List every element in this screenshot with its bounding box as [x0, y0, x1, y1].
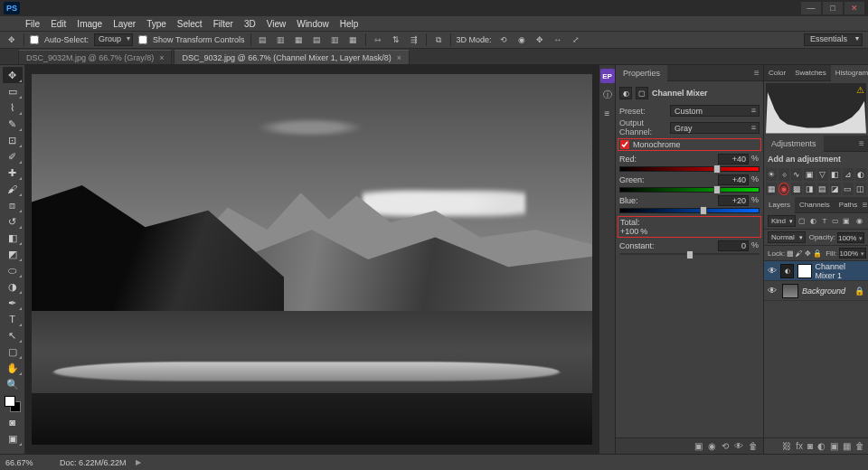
layer1-mask-thumb[interactable]	[797, 264, 811, 278]
align-center-v-icon[interactable]: ▥	[329, 33, 342, 46]
layer2-name[interactable]: Background	[802, 287, 845, 296]
layer-channel-mixer[interactable]: 👁 ◐ Channel Mixer 1	[764, 261, 868, 281]
tool-path-select[interactable]: ↖	[3, 327, 23, 343]
auto-select-mode-select[interactable]: Group	[94, 33, 133, 46]
filter-pixel-icon[interactable]: ▢	[797, 216, 807, 226]
new-group-icon[interactable]: ▣	[830, 441, 838, 451]
reset-icon[interactable]: ⟲	[722, 441, 729, 451]
doc-tab-2-close-icon[interactable]: ×	[397, 53, 401, 62]
red-slider[interactable]	[619, 166, 760, 172]
menu-3d[interactable]: 3D	[244, 19, 256, 29]
filter-adjust-icon[interactable]: ◐	[808, 216, 817, 226]
tab-layers[interactable]: Layers	[764, 197, 795, 213]
adj-colorbalance-icon[interactable]: ⊿	[843, 168, 854, 181]
auto-select-checkbox[interactable]	[30, 35, 39, 44]
tool-crop[interactable]: ⊡	[3, 132, 23, 148]
doc-tab-1[interactable]: DSC_9032M.jpg @ 66.7% (Gray/8) ×	[18, 50, 172, 64]
layer2-lock-icon[interactable]: 🔒	[854, 287, 864, 296]
new-adjustment-icon[interactable]: ◐	[817, 441, 826, 451]
constant-slider[interactable]	[619, 253, 760, 255]
layers-menu-icon[interactable]: ≡	[862, 200, 868, 210]
tool-eraser[interactable]: ◧	[3, 230, 23, 246]
3d-orbit-icon[interactable]: ⟲	[497, 33, 510, 46]
monochrome-checkbox[interactable]	[620, 140, 629, 149]
properties-menu-icon[interactable]: ≡	[750, 68, 763, 78]
adj-colorlookup-icon[interactable]: ▩	[791, 183, 802, 195]
opacity-input[interactable]: 100%	[837, 232, 864, 243]
constant-value-input[interactable]: 0	[718, 240, 749, 251]
adj-brightness-icon[interactable]: ☀	[766, 168, 777, 181]
3d-roll-icon[interactable]: ◉	[515, 33, 528, 46]
window-maximize-button[interactable]: □	[823, 2, 843, 14]
align-left-icon[interactable]: ▤	[257, 33, 269, 46]
red-value-input[interactable]: +40	[718, 154, 749, 164]
distribute-h-icon[interactable]: ⇿	[372, 33, 384, 46]
layer1-adj-thumb[interactable]: ◐	[780, 264, 794, 278]
adj-curves-icon[interactable]: ∿	[791, 168, 802, 181]
distribute-v-icon[interactable]: ⇅	[390, 33, 402, 46]
tool-gradient[interactable]: ◩	[3, 246, 23, 262]
view-previous-icon[interactable]: ◉	[708, 441, 716, 451]
tool-lasso[interactable]: ⌇	[3, 99, 23, 116]
tab-paths[interactable]: Paths	[835, 197, 862, 213]
move-tool-icon[interactable]: ✥	[5, 33, 18, 46]
tool-move[interactable]: ✥	[3, 67, 23, 83]
blend-mode-select[interactable]: Normal	[768, 231, 806, 243]
3d-zoom-icon[interactable]: ⤢	[570, 33, 582, 46]
window-minimize-button[interactable]: —	[801, 2, 821, 14]
adj-threshold-icon[interactable]: ◪	[830, 183, 841, 195]
menu-layer[interactable]: Layer	[113, 19, 136, 29]
tab-properties[interactable]: Properties	[616, 65, 667, 81]
delete-adjustment-icon[interactable]: 🗑	[749, 441, 758, 451]
menu-view[interactable]: View	[267, 19, 287, 29]
tool-pen[interactable]: ✒	[3, 295, 23, 311]
doc-tab-1-close-icon[interactable]: ×	[159, 53, 164, 62]
add-mask-icon[interactable]: ◙	[807, 441, 813, 451]
adj-vibrance-icon[interactable]: ▽	[817, 168, 828, 181]
dock-info-icon[interactable]: ⓘ	[601, 89, 614, 101]
adj-invert-icon[interactable]: ◨	[804, 183, 815, 195]
delete-layer-icon[interactable]: 🗑	[855, 441, 864, 451]
menu-select[interactable]: Select	[177, 19, 203, 29]
align-right-icon[interactable]: ▦	[293, 33, 306, 46]
document-canvas[interactable]	[32, 74, 592, 445]
tab-adjustments[interactable]: Adjustments	[764, 136, 824, 152]
filter-toggle-icon[interactable]: ◉	[855, 216, 864, 226]
adj-posterize-icon[interactable]: ▤	[817, 183, 828, 195]
layer1-visibility-icon[interactable]: 👁	[768, 266, 777, 276]
layer2-thumb[interactable]	[782, 284, 798, 298]
lock-pixels-icon[interactable]: 🖌	[796, 249, 803, 258]
blue-slider[interactable]	[619, 208, 760, 213]
adj-exposure-icon[interactable]: ▣	[804, 168, 815, 181]
tool-eyedropper[interactable]: ✐	[3, 148, 23, 164]
tool-quick-select[interactable]: ✎	[3, 116, 23, 132]
tab-color[interactable]: Color	[764, 65, 790, 81]
status-menu-icon[interactable]: ▶	[136, 458, 141, 466]
doc-tab-2[interactable]: DSC_9032.jpg @ 66.7% (Channel Mixer 1, L…	[174, 50, 410, 64]
tool-zoom[interactable]: 🔍	[3, 376, 23, 392]
canvas-area[interactable]	[25, 65, 599, 454]
lock-position-icon[interactable]: ✥	[805, 249, 811, 258]
output-channel-select[interactable]: Gray	[670, 122, 760, 134]
adj-gradientmap-icon[interactable]: ▭	[843, 183, 854, 195]
layer-filter-kind[interactable]: Kind	[768, 215, 796, 227]
toggle-visibility-icon[interactable]: 👁	[734, 441, 743, 451]
new-layer-icon[interactable]: ▦	[843, 441, 851, 451]
3d-slide-icon[interactable]: ↔	[552, 33, 564, 46]
tool-history-brush[interactable]: ↺	[3, 213, 23, 230]
layer2-visibility-icon[interactable]: 👁	[768, 286, 778, 296]
tool-type[interactable]: T	[3, 311, 23, 327]
distribute-3-icon[interactable]: ⇶	[408, 33, 420, 46]
align-bottom-icon[interactable]: ▦	[347, 33, 360, 46]
tool-marquee[interactable]: ▭	[3, 83, 23, 99]
green-slider[interactable]	[619, 187, 760, 193]
tool-screenmode[interactable]: ▣	[3, 430, 23, 446]
filter-shape-icon[interactable]: ▭	[831, 216, 840, 226]
fill-input[interactable]: 100%	[839, 248, 866, 258]
link-layers-icon[interactable]: ⛓	[782, 441, 791, 451]
green-value-input[interactable]: +40	[718, 174, 749, 185]
tool-quickmask[interactable]: ◙	[3, 414, 23, 430]
menu-filter[interactable]: Filter	[213, 19, 233, 29]
menu-window[interactable]: Window	[297, 19, 329, 29]
adj-photofilter-icon[interactable]: ▦	[766, 183, 777, 195]
